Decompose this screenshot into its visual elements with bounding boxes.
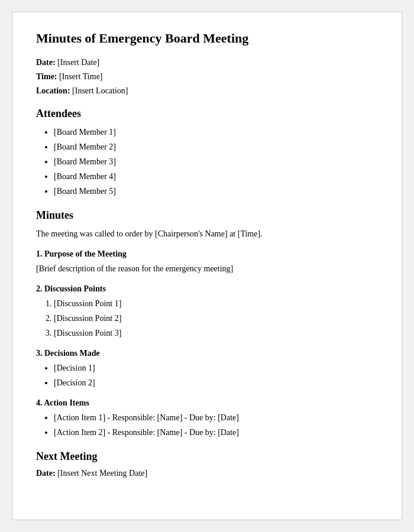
section-1-heading: 1. Purpose of the Meeting [36, 249, 378, 259]
discussion-list: [Discussion Point 1][Discussion Point 2]… [54, 297, 378, 339]
list-item: [Discussion Point 2] [54, 312, 378, 325]
list-item: [Discussion Point 1] [54, 297, 378, 310]
attendees-list: [Board Member 1][Board Member 2][Board M… [54, 126, 378, 197]
next-meeting-heading: Next Meeting [36, 450, 378, 463]
section-4-heading: 4. Action Items [36, 398, 378, 408]
date-value: [Insert Date] [57, 58, 99, 67]
action-items-list: [Action Item 1] - Responsible: [Name] - … [54, 411, 378, 439]
attendees-heading: Attendees [36, 108, 378, 120]
list-item: [Board Member 3] [54, 155, 378, 168]
list-item: [Board Member 2] [54, 141, 378, 153]
next-meeting-date: Date: [Insert Next Meeting Date] [36, 469, 378, 478]
list-item: [Discussion Point 3] [54, 327, 378, 339]
meta-time: Time: [Insert Time] [36, 72, 378, 82]
meta-location: Location: [Insert Location] [36, 86, 378, 96]
document-page: Minutes of Emergency Board Meeting Date:… [12, 12, 402, 520]
time-label: Time: [36, 72, 57, 81]
section-1-content: [Brief description of the reason for the… [36, 262, 378, 275]
decisions-list: [Decision 1][Decision 2] [54, 362, 378, 389]
section-3-heading: 3. Decisions Made [36, 349, 378, 358]
list-item: [Action Item 2] - Responsible: [Name] - … [54, 426, 378, 439]
list-item: [Board Member 5] [54, 185, 378, 197]
list-item: [Decision 1] [54, 362, 378, 374]
location-label: Location: [36, 86, 70, 95]
list-item: [Action Item 1] - Responsible: [Name] - … [54, 411, 378, 424]
time-value: [Insert Time] [59, 72, 103, 81]
minutes-intro: The meeting was called to order by [Chai… [36, 228, 378, 240]
next-meeting-date-label: Date: [36, 469, 56, 478]
section-2-heading: 2. Discussion Points [36, 284, 378, 294]
date-label: Date: [36, 58, 56, 67]
next-meeting-date-value: [Insert Next Meeting Date] [57, 469, 147, 478]
list-item: [Board Member 4] [54, 170, 378, 183]
minutes-heading: Minutes [36, 209, 378, 222]
list-item: [Board Member 1] [54, 126, 378, 138]
document-title: Minutes of Emergency Board Meeting [36, 30, 378, 47]
list-item: [Decision 2] [54, 377, 378, 389]
location-value: [Insert Location] [72, 86, 128, 95]
meta-date: Date: [Insert Date] [36, 58, 378, 67]
